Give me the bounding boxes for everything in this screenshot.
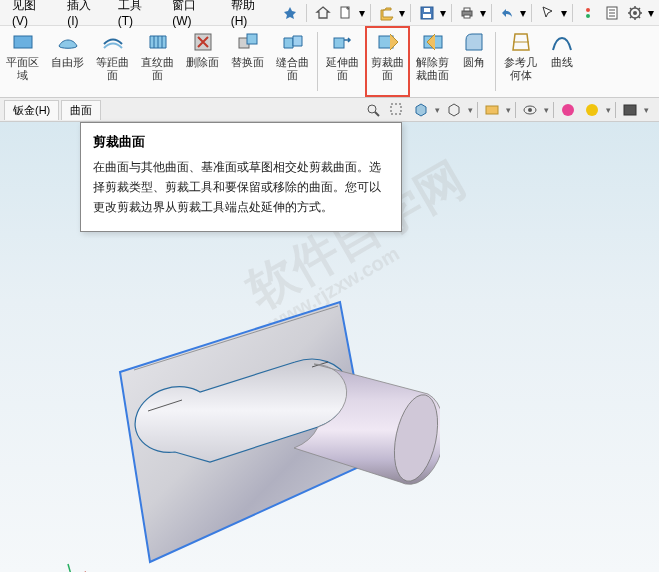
ribbon-extend-surface[interactable]: 延伸曲面 — [320, 26, 365, 97]
tab-sheetmetal[interactable]: 钣金(H) — [4, 100, 59, 120]
options-dropdown[interactable]: ▾ — [647, 6, 655, 20]
ribbon-label: 自由形 — [51, 56, 84, 69]
menu-window[interactable]: 窗口(W) — [164, 0, 222, 28]
extend-surface-icon — [331, 30, 355, 54]
knit-surface-icon — [281, 30, 305, 54]
ribbon-ruled-surface[interactable]: 直纹曲面 — [135, 26, 180, 97]
rebuild-icon[interactable] — [578, 2, 600, 24]
ribbon-knit-surface[interactable]: 缝合曲面 — [270, 26, 315, 97]
ruled-surface-icon — [146, 30, 170, 54]
svg-point-26 — [368, 105, 376, 113]
scene-icon[interactable] — [582, 100, 602, 120]
save-icon[interactable] — [416, 2, 438, 24]
ribbon-label: 参考几何体 — [504, 56, 537, 82]
curve-icon — [550, 30, 574, 54]
print-dropdown[interactable]: ▾ — [479, 6, 487, 20]
ribbon-label: 直纹曲面 — [141, 56, 174, 82]
home-icon[interactable] — [312, 2, 334, 24]
svg-rect-3 — [423, 14, 431, 18]
plane-region-icon — [11, 30, 35, 54]
ribbon-plane-region[interactable]: 平面区域 — [0, 26, 45, 97]
svg-point-31 — [528, 108, 532, 112]
hide-show-icon[interactable] — [520, 100, 540, 120]
select-dropdown[interactable]: ▾ — [560, 6, 568, 20]
ribbon-label: 替换面 — [231, 56, 264, 69]
svg-point-33 — [586, 104, 598, 116]
pin-icon[interactable] — [279, 2, 301, 24]
tooltip: 剪裁曲面 在曲面与其他曲面、基准面或草图相交处剪裁曲面。选择剪裁类型、剪裁工具和… — [80, 122, 402, 232]
tabbar: 钣金(H) 曲面 ▾ ▾ ▾ ▾ ▾ ▾ — [0, 98, 659, 122]
menubar: 见图(V) 插入(I) 工具(T) 窗口(W) 帮助(H) ▾ ▾ ▾ ▾ ▾ … — [0, 0, 659, 26]
view-toolbar: ▾ ▾ ▾ ▾ ▾ ▾ — [363, 100, 655, 120]
ribbon-offset-surface[interactable]: 等距曲面 — [90, 26, 135, 97]
svg-rect-28 — [391, 104, 401, 114]
svg-point-14 — [633, 11, 637, 15]
ribbon-label: 剪裁曲面 — [371, 56, 404, 82]
menu-view[interactable]: 见图(V) — [4, 0, 59, 28]
ribbon-fillet[interactable]: 圆角 — [455, 26, 493, 97]
new-dropdown[interactable]: ▾ — [358, 6, 366, 20]
fillet-icon — [462, 30, 486, 54]
svg-rect-2 — [424, 8, 430, 12]
menu-insert[interactable]: 插入(I) — [59, 0, 110, 28]
ribbon-label: 删除面 — [186, 56, 219, 69]
undo-dropdown[interactable]: ▾ — [519, 6, 527, 20]
view-orientation-icon[interactable] — [411, 100, 431, 120]
ribbon-freeform[interactable]: 自由形 — [45, 26, 90, 97]
svg-rect-34 — [624, 105, 636, 115]
svg-rect-21 — [247, 34, 257, 44]
svg-point-7 — [586, 8, 590, 12]
file-properties-icon[interactable] — [601, 2, 623, 24]
ribbon-label: 平面区域 — [6, 56, 39, 82]
replace-face-icon — [236, 30, 260, 54]
zoom-area-icon[interactable] — [387, 100, 407, 120]
section-view-icon[interactable] — [482, 100, 502, 120]
ribbon-untrim-surface[interactable]: 解除剪裁曲面 — [410, 26, 455, 97]
ribbon-replace-face[interactable]: 替换面 — [225, 26, 270, 97]
untrim-surface-icon — [421, 30, 445, 54]
render-icon[interactable] — [620, 100, 640, 120]
svg-rect-6 — [464, 15, 470, 18]
tab-surface[interactable]: 曲面 — [61, 100, 101, 120]
options-icon[interactable] — [625, 2, 647, 24]
svg-line-40 — [68, 564, 72, 572]
open-icon[interactable] — [376, 2, 398, 24]
svg-rect-22 — [334, 38, 344, 48]
menu-tools[interactable]: 工具(T) — [110, 0, 165, 28]
model[interactable]: ✱ — [60, 262, 440, 572]
offset-surface-icon — [101, 30, 125, 54]
appearance-icon[interactable] — [558, 100, 578, 120]
ribbon-trim-surface[interactable]: 剪裁曲面 — [365, 26, 410, 97]
undo-icon[interactable] — [497, 2, 519, 24]
menu-help[interactable]: 帮助(H) — [223, 0, 279, 28]
zoom-fit-icon[interactable] — [363, 100, 383, 120]
tooltip-body: 在曲面与其他曲面、基准面或草图相交处剪裁曲面。选择剪裁类型、剪裁工具和要保留或移… — [93, 157, 389, 217]
reference-geometry-icon — [509, 30, 533, 54]
ribbon-label: 等距曲面 — [96, 56, 129, 82]
ribbon-delete-face[interactable]: 删除面 — [180, 26, 225, 97]
svg-line-27 — [375, 112, 379, 116]
ribbon-label: 缝合曲面 — [276, 56, 309, 82]
svg-rect-5 — [464, 8, 470, 11]
ribbon-curve[interactable]: 曲线 — [543, 26, 581, 97]
svg-point-32 — [562, 104, 574, 116]
delete-face-icon — [191, 30, 215, 54]
svg-point-8 — [586, 14, 590, 18]
tooltip-title: 剪裁曲面 — [93, 133, 389, 151]
trim-surface-icon — [376, 30, 400, 54]
ribbon-label: 曲线 — [551, 56, 573, 69]
open-dropdown[interactable]: ▾ — [398, 6, 406, 20]
display-style-icon[interactable] — [444, 100, 464, 120]
save-dropdown[interactable]: ▾ — [439, 6, 447, 20]
new-icon[interactable] — [336, 2, 358, 24]
ribbon-label: 解除剪裁曲面 — [416, 56, 449, 82]
freeform-icon — [56, 30, 80, 54]
svg-rect-29 — [486, 106, 498, 114]
ribbon: 平面区域 自由形 等距曲面 直纹曲面 删除面 替换面 缝合曲面 延伸曲面 剪裁曲… — [0, 26, 659, 98]
print-icon[interactable] — [457, 2, 479, 24]
select-icon[interactable] — [537, 2, 559, 24]
ribbon-reference-geometry[interactable]: 参考几何体 — [498, 26, 543, 97]
svg-rect-15 — [14, 36, 32, 48]
ribbon-label: 延伸曲面 — [326, 56, 359, 82]
ribbon-label: 圆角 — [463, 56, 485, 69]
